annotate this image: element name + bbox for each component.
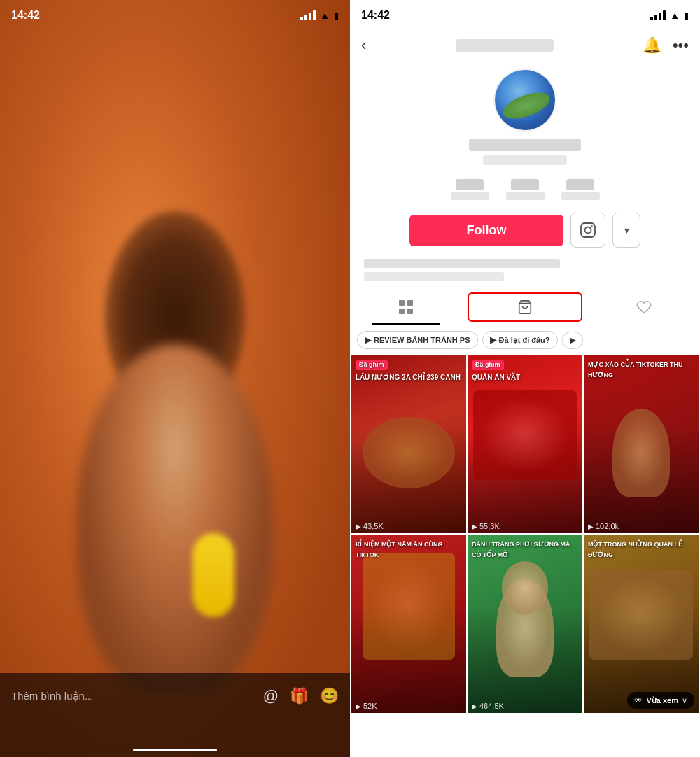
profile-nav: ‹ 🔔 ••• bbox=[350, 31, 700, 60]
video-bg-5 bbox=[468, 535, 582, 713]
video-3-overlay: MỰC XÀO CỦA TIKTOKER THU HƯƠNG bbox=[588, 359, 694, 379]
bio-section bbox=[350, 255, 700, 285]
right-signal-icon bbox=[650, 10, 666, 20]
instagram-button[interactable] bbox=[570, 213, 606, 248]
stat-followers bbox=[506, 179, 545, 200]
followers-count-blurred bbox=[511, 179, 539, 190]
video-5-title: BÁNH TRÁNG PHƠI SƯƠNG MÀ CÓ TỐP MỠ bbox=[472, 541, 570, 558]
svg-rect-0 bbox=[581, 223, 595, 237]
tab-liked[interactable] bbox=[588, 290, 700, 325]
mention-icon[interactable]: @ bbox=[263, 687, 279, 705]
right-battery-icon: ▮ bbox=[684, 10, 689, 21]
profile-tabs bbox=[350, 290, 700, 325]
left-status-icons: ▲ ▮ bbox=[300, 10, 339, 21]
svg-point-2 bbox=[591, 225, 592, 227]
pinned-chip-3[interactable]: ▶ bbox=[562, 332, 583, 349]
chevron-down-icon: ▾ bbox=[624, 225, 629, 236]
video-thumb-1[interactable]: Đã ghim LẦU NƯỚNG 2A CHỈ 239 CANH ▶ 43,5… bbox=[351, 355, 466, 533]
right-status-bar: 14:42 ▲ ▮ bbox=[350, 0, 700, 31]
play-icon: ▶ bbox=[588, 523, 594, 530]
video-1-tag: Đã ghim bbox=[356, 360, 388, 370]
follow-button[interactable]: Follow bbox=[410, 215, 564, 246]
stat-likes bbox=[561, 179, 600, 200]
left-time: 14:42 bbox=[11, 9, 40, 22]
signal-icon bbox=[300, 10, 316, 20]
play-icon: ▶ bbox=[356, 702, 361, 710]
profile-name-blurred bbox=[469, 139, 581, 151]
video-2-tag: Đã ghim bbox=[472, 360, 504, 370]
followers-label-blurred bbox=[506, 192, 545, 200]
video-bg-3 bbox=[584, 355, 699, 533]
more-actions-button[interactable]: ▾ bbox=[612, 213, 640, 248]
overflow-menu-icon[interactable]: ••• bbox=[673, 36, 689, 55]
video-thumb-5[interactable]: BÁNH TRÁNG PHƠI SƯƠNG MÀ CÓ TỐP MỠ ▶ 464… bbox=[468, 535, 582, 713]
video-1-stats: ▶ 43,5K bbox=[356, 522, 384, 530]
video-2-title: QUÁN ĂN VẶT bbox=[472, 374, 520, 381]
following-count-blurred bbox=[456, 179, 484, 190]
tab-videos[interactable] bbox=[350, 290, 462, 325]
video-6-title: MỘT TRONG NHỮNG QUÁN LỀ ĐƯỜNG bbox=[588, 541, 682, 558]
right-status-icons: ▲ ▮ bbox=[650, 10, 689, 21]
battery-icon: ▮ bbox=[334, 10, 339, 21]
pinned-chip-2-label: Đà lạt đi đâu? bbox=[499, 336, 550, 345]
likes-count-blurred bbox=[566, 179, 594, 190]
emoji-icon[interactable]: 😊 bbox=[320, 687, 339, 705]
play-icon: ▶ bbox=[356, 523, 361, 530]
video-5-stats: ▶ 464,5K bbox=[472, 702, 504, 710]
video-4-overlay: KỈ NIỆM MỘT NĂM ĂN CÙNG TIKTOK bbox=[356, 539, 462, 559]
avatar[interactable] bbox=[493, 69, 556, 132]
back-button[interactable]: ‹ bbox=[361, 36, 366, 55]
bio-line-1-blurred bbox=[364, 259, 560, 268]
play-icon-chip3: ▶ bbox=[570, 336, 575, 345]
play-icon-chip1: ▶ bbox=[365, 335, 371, 345]
video-4-title: KỈ NIỆM MỘT NĂM ĂN CÙNG TIKTOK bbox=[356, 541, 443, 558]
pinned-bar: ▶ REVIEW BÁNH TRÁNH PS ▶ Đà lạt đi đâu? … bbox=[350, 325, 700, 355]
pinned-chip-1[interactable]: ▶ REVIEW BÁNH TRÁNH PS bbox=[357, 331, 478, 349]
vua-xem-popup[interactable]: 👁 Vừa xem ∨ bbox=[627, 692, 694, 709]
bio-line-2-blurred bbox=[364, 272, 504, 281]
left-status-bar: 14:42 ▲ ▮ bbox=[0, 0, 350, 31]
grid-icon bbox=[398, 299, 414, 315]
video-1-views: 43,5K bbox=[363, 522, 384, 530]
svg-rect-5 bbox=[399, 309, 405, 314]
shop-icon bbox=[517, 299, 533, 315]
comment-placeholder[interactable]: Thêm bình luận... bbox=[11, 690, 252, 702]
eye-icon: 👁 bbox=[634, 695, 643, 705]
video-thumb-3[interactable]: MỰC XÀO CỦA TIKTOKER THU HƯƠNG ▶ 102,0k bbox=[584, 355, 699, 533]
svg-point-1 bbox=[585, 227, 592, 234]
video-3-views: 102,0k bbox=[596, 522, 619, 530]
svg-rect-3 bbox=[399, 300, 405, 306]
video-thumb-2[interactable]: Đã ghim QUÁN ĂN VẶT ▶ 55,3K bbox=[468, 355, 582, 533]
right-time: 14:42 bbox=[361, 9, 390, 22]
comment-bar: Thêm bình luận... @ 🎁 😊 bbox=[0, 673, 350, 757]
pinned-chip-2[interactable]: ▶ Đà lạt đi đâu? bbox=[482, 331, 558, 349]
vua-xem-label: Vừa xem bbox=[646, 696, 678, 705]
following-label-blurred bbox=[451, 192, 489, 200]
gift-icon[interactable]: 🎁 bbox=[290, 687, 309, 705]
right-panel: 14:42 ▲ ▮ ‹ 🔔 ••• bbox=[350, 0, 700, 757]
profile-handle-blurred bbox=[483, 155, 567, 165]
tab-shop[interactable] bbox=[468, 292, 582, 322]
video-3-stats: ▶ 102,0k bbox=[588, 522, 619, 530]
username-blurred bbox=[456, 39, 554, 52]
left-panel: 14:42 ▲ ▮ Thêm bình luận... @ 🎁 😊 bbox=[0, 0, 350, 757]
video-thumb-4[interactable]: KỈ NIỆM MỘT NĂM ĂN CÙNG TIKTOK ▶ 52K bbox=[351, 535, 466, 713]
svg-rect-4 bbox=[407, 300, 413, 306]
video-4-stats: ▶ 52K bbox=[356, 702, 377, 710]
nav-right-icons: 🔔 ••• bbox=[643, 36, 689, 55]
video-6-overlay: MỘT TRONG NHỮNG QUÁN LỀ ĐƯỜNG bbox=[588, 539, 694, 559]
popup-chevron-icon: ∨ bbox=[682, 696, 687, 705]
pinned-chip-1-label: REVIEW BÁNH TRÁNH PS bbox=[374, 336, 470, 344]
play-icon-chip2: ▶ bbox=[490, 335, 496, 345]
video-thumb-6[interactable]: MỘT TRONG NHỮNG QUÁN LỀ ĐƯỜNG 👁 Vừa xem … bbox=[584, 535, 699, 713]
video-2-overlay: Đã ghim QUÁN ĂN VẶT bbox=[472, 359, 578, 382]
video-bg-4 bbox=[351, 535, 466, 713]
heart-icon bbox=[636, 299, 652, 315]
comment-input-row: Thêm bình luận... @ 🎁 😊 bbox=[11, 687, 339, 705]
video-1-title: LẦU NƯỚNG 2A CHỈ 239 CANH bbox=[356, 374, 461, 381]
svg-rect-6 bbox=[407, 309, 413, 314]
notification-icon[interactable]: 🔔 bbox=[643, 36, 662, 55]
video-1-overlay: Đã ghim LẦU NƯỚNG 2A CHỈ 239 CANH bbox=[356, 359, 462, 382]
instagram-icon bbox=[580, 222, 596, 239]
right-wifi-icon: ▲ bbox=[670, 10, 680, 21]
